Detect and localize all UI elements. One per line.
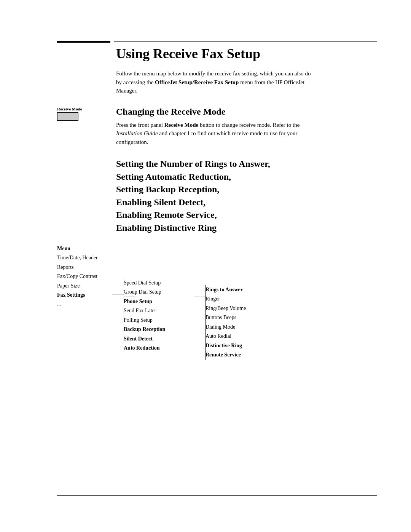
col3-left-vline: [206, 285, 206, 360]
menu-title: Menu: [57, 244, 98, 254]
col2-group-dial: Group Dial Setup: [124, 288, 165, 297]
main-content: Using Receive Fax Setup Follow the menu …: [57, 46, 377, 389]
col3-buttons-beeps: Buttons Beeps: [206, 313, 246, 323]
col3-dialing-mode: Dialing Mode: [206, 323, 246, 332]
menu-item-fax-copy: Fax/Copy Contrast: [57, 272, 98, 281]
top-rule-left: [57, 41, 110, 43]
col2-silent-detect: Silent Detect: [124, 334, 165, 344]
menu-item-fax-settings: Fax Settings: [57, 291, 98, 300]
menu-tree-inner: Menu Time/Date, Header Reports Fax/Copy …: [57, 244, 377, 389]
connector-to-col3: [194, 297, 206, 297]
menu-tree: Menu Time/Date, Header Reports Fax/Copy …: [57, 244, 377, 389]
connector-phone-setup: [124, 297, 135, 297]
col2-backup-reception: Backup Reception: [124, 325, 165, 334]
col2-speed-dial: Speed Dial Setup: [124, 278, 165, 288]
menu-col2: Speed Dial Setup Group Dial Setup Phone …: [124, 278, 165, 353]
receive-mode-para: Press the front panel Receive Mode butto…: [116, 121, 314, 147]
menu-col1: Menu Time/Date, Header Reports Fax/Copy …: [57, 244, 98, 310]
menu-col3: Rings to Answer Ringer Ring/Beep Volume …: [206, 285, 246, 360]
col2-left-vline: [124, 278, 124, 353]
top-rule-right: [114, 41, 377, 42]
installation-guide-italic: Installation Guide: [116, 130, 158, 136]
col3-auto-redial: Auto Redial: [206, 332, 246, 341]
page-title: Using Receive Fax Setup: [116, 46, 377, 62]
receive-mode-button-icon: [57, 112, 78, 121]
receive-mode-content: Changing the Receive Mode Press the fron…: [116, 107, 377, 147]
col3-distinctive-ring: Distinctive Ring: [206, 341, 246, 351]
big-heading-text: Setting the Number of Rings to Answer, S…: [116, 158, 377, 235]
page: Using Receive Fax Setup Follow the menu …: [0, 0, 411, 532]
intro-bold: OfficeJet Setup/Receive Fax Setup: [155, 79, 239, 85]
receive-mode-section: Receive Mode Changing the Receive Mode P…: [57, 107, 377, 147]
bottom-rule: [57, 495, 377, 496]
col2-send-fax: Send Fax Later: [124, 306, 165, 316]
big-heading-section: Setting the Number of Rings to Answer, S…: [116, 158, 377, 235]
col2-polling: Polling Setup: [124, 316, 165, 325]
receive-mode-bold: Receive Mode: [164, 122, 199, 128]
col3-remote-service: Remote Service: [206, 350, 246, 360]
receive-mode-label: Receive Mode: [57, 107, 110, 111]
menu-item-reports: Reports: [57, 263, 98, 272]
receive-mode-label-area: Receive Mode: [57, 107, 110, 121]
intro-paragraph: Follow the menu map below to modify the …: [116, 69, 314, 95]
menu-item-time-date: Time/Date, Header: [57, 253, 98, 263]
connector-fax-settings: [112, 294, 124, 294]
col3-ring-beep-volume: Ring/Beep Volume: [206, 304, 246, 313]
menu-item-paper-size: Paper Size: [57, 281, 98, 291]
col2-auto-reduction: Auto Reduction: [124, 343, 165, 353]
col3-ringer: Ringer: [206, 294, 246, 304]
receive-mode-heading: Changing the Receive Mode: [116, 107, 377, 117]
col2-phone-setup: Phone Setup: [124, 297, 165, 307]
menu-item-ellipsis: ...: [57, 300, 98, 310]
col3-rings-to-answer: Rings to Answer: [206, 285, 246, 295]
